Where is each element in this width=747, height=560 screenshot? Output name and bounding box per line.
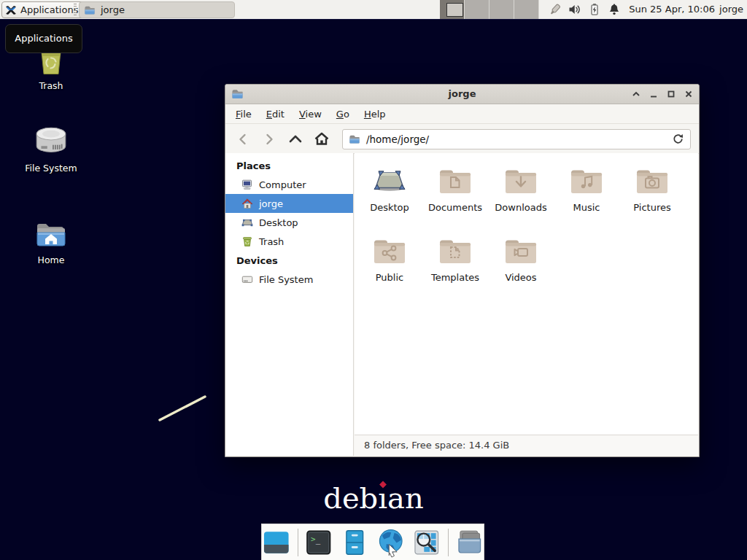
notifications-bell-icon[interactable] — [608, 3, 621, 16]
drive-icon — [241, 273, 253, 285]
menu-go[interactable]: Go — [329, 104, 357, 124]
file-manager-window: jorge File Edit View Go Help — [225, 84, 700, 457]
folder-pictures[interactable]: Pictures — [619, 163, 685, 233]
menu-help[interactable]: Help — [357, 104, 393, 124]
desktop-icon-label: Trash — [23, 80, 79, 91]
desktop-icon-home[interactable]: Home — [23, 217, 79, 265]
taskbar-window-button[interactable]: jorge — [79, 1, 235, 18]
workspace-4[interactable] — [514, 0, 539, 19]
home-folder-icon — [33, 217, 69, 251]
path-folder-icon — [349, 133, 360, 144]
workspace-switcher — [440, 0, 539, 19]
menu-edit[interactable]: Edit — [259, 104, 292, 124]
documents-folder-icon — [438, 163, 473, 198]
terminal-icon[interactable]: > _ — [304, 528, 333, 557]
places-header: Places — [225, 156, 353, 175]
svg-text:_: _ — [316, 535, 321, 545]
sidebar-item-desktop[interactable]: Desktop — [225, 213, 353, 232]
volume-icon[interactable] — [568, 3, 581, 16]
menu-view[interactable]: View — [292, 104, 329, 124]
computer-icon — [241, 179, 253, 190]
path-text[interactable]: /home/jorge/ — [366, 133, 666, 145]
system-tray — [548, 0, 621, 19]
desktop-pad-icon — [372, 163, 407, 198]
directory-menu-icon[interactable] — [455, 528, 484, 557]
dock-separator — [298, 529, 298, 556]
toolbar: /home/jorge/ — [225, 125, 699, 154]
workspace-3[interactable] — [489, 0, 514, 19]
applications-menu-button[interactable]: Applications — [1, 1, 85, 18]
home-button[interactable] — [309, 128, 335, 150]
desktop-icon-label: Home — [23, 254, 79, 265]
panel-clock[interactable]: Sun 25 Apr, 10:06 — [629, 0, 715, 19]
folder-templates[interactable]: Templates — [422, 233, 488, 303]
workspace-2[interactable] — [465, 0, 489, 19]
annotation-tool-icon[interactable] — [548, 3, 562, 17]
devices-header: Devices — [225, 251, 353, 270]
workspace-1[interactable] — [440, 0, 465, 19]
window-title: jorge — [225, 85, 699, 104]
location-bar[interactable]: /home/jorge/ — [342, 129, 691, 149]
shade-button[interactable] — [631, 90, 640, 99]
folder-desktop[interactable]: Desktop — [357, 163, 422, 233]
window-titlebar[interactable]: jorge — [225, 85, 699, 104]
folder-music[interactable]: Music — [554, 163, 619, 233]
videos-folder-icon — [503, 233, 538, 268]
desktop-icon — [241, 217, 253, 228]
folder-icon — [84, 4, 96, 15]
menubar: File Edit View Go Help — [225, 104, 699, 124]
menu-file[interactable]: File — [228, 104, 259, 124]
back-button[interactable] — [230, 128, 256, 150]
forward-button[interactable] — [256, 128, 282, 150]
reload-icon[interactable] — [672, 133, 684, 145]
sidebar-item-trash[interactable]: Trash — [225, 232, 353, 251]
templates-folder-icon — [438, 233, 473, 268]
statusbar: 8 folders, Free space: 14.4 GiB — [355, 435, 698, 456]
show-desktop-icon[interactable] — [262, 528, 291, 557]
downloads-folder-icon — [503, 163, 538, 198]
public-folder-icon — [372, 233, 407, 268]
up-button[interactable] — [282, 128, 309, 150]
hard-drive-icon — [33, 124, 69, 159]
side-pane: Places Computer jorge — [225, 153, 354, 456]
sidebar-item-jorge[interactable]: jorge — [225, 194, 353, 213]
panel-user-label[interactable]: jorge — [719, 0, 743, 19]
dock-separator — [448, 529, 449, 556]
close-button[interactable] — [684, 90, 693, 99]
home-icon — [241, 198, 253, 209]
minimize-button[interactable] — [649, 90, 658, 99]
applications-menu-icon — [5, 4, 17, 16]
trash-small-icon — [241, 236, 253, 247]
applications-tooltip: Applications — [5, 24, 82, 53]
dock-panel: > _ — [261, 524, 484, 560]
file-cabinet-icon[interactable] — [340, 528, 369, 557]
desktop-icon-file-system[interactable]: File System — [23, 124, 79, 174]
folder-documents[interactable]: Documents — [422, 163, 488, 233]
app-finder-icon[interactable] — [412, 528, 441, 557]
sidebar-item-computer[interactable]: Computer — [225, 175, 353, 194]
pictures-folder-icon — [635, 163, 670, 198]
music-folder-icon — [569, 163, 604, 198]
desktop-icon-label: File System — [23, 163, 79, 174]
workspace-window-thumbnail — [446, 3, 463, 17]
top-panel: Applications jorge — [0, 0, 747, 20]
debian-logo: debıan — [0, 481, 747, 515]
folder-downloads[interactable]: Downloads — [488, 163, 554, 233]
panel-separator-handle[interactable] — [74, 4, 77, 15]
folder-public[interactable]: Public — [357, 233, 422, 303]
battery-charging-icon[interactable] — [588, 3, 601, 16]
maximize-button[interactable] — [666, 90, 676, 99]
sidebar-item-file-system[interactable]: File System — [225, 270, 353, 289]
file-view: Desktop Documents — [355, 153, 698, 435]
folder-videos[interactable]: Videos — [488, 233, 554, 303]
web-browser-icon[interactable] — [376, 527, 406, 558]
